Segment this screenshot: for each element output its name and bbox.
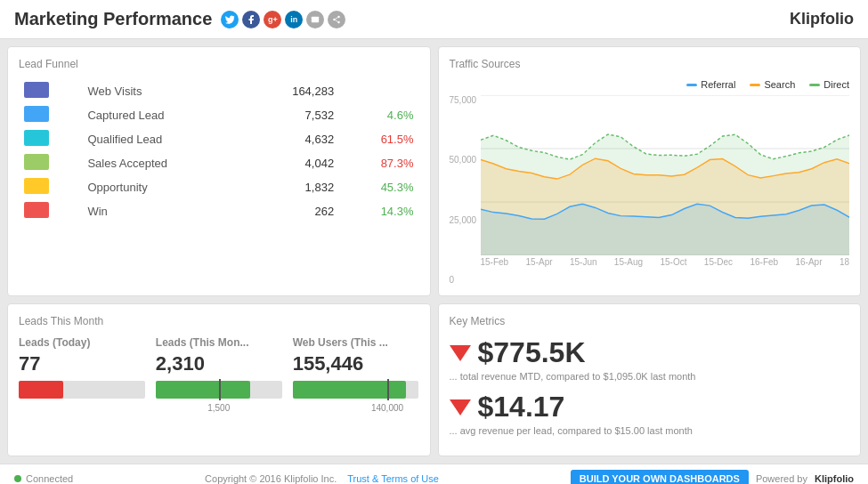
funnel-color-cell bbox=[19, 199, 82, 223]
copyright: Copyright © 2016 Klipfolio Inc. bbox=[205, 473, 337, 484]
y-axis-label: 0 bbox=[450, 275, 477, 285]
footer-right: BUILD YOUR OWN DASHBOARDS Powered by Kli… bbox=[571, 470, 854, 484]
terms-link[interactable]: Trust & Terms of Use bbox=[347, 473, 439, 484]
key-metric-desc: ... total revenue MTD, compared to $1,09… bbox=[450, 371, 850, 382]
bar-marker bbox=[219, 379, 221, 400]
funnel-value: 4,042 bbox=[244, 151, 339, 175]
funnel-pct: 87.3% bbox=[339, 151, 418, 175]
share-icon[interactable] bbox=[328, 11, 345, 28]
down-arrow-icon bbox=[450, 345, 471, 361]
footer-logo: Klipfolio bbox=[815, 473, 854, 484]
funnel-row: Win 262 14.3% bbox=[19, 199, 419, 223]
leads-metric-value: 77 bbox=[19, 352, 145, 375]
build-dashboard-button[interactable]: BUILD YOUR OWN DASHBOARDS bbox=[571, 470, 749, 484]
key-metric-item: $775.5K ... total revenue MTD, compared … bbox=[450, 336, 850, 382]
funnel-row: Captured Lead 7,532 4.6% bbox=[19, 103, 419, 127]
key-metrics-title: Key Metrics bbox=[450, 315, 850, 327]
leads-bar bbox=[19, 381, 145, 399]
powered-by: Powered by bbox=[756, 473, 807, 484]
x-axis: 15-Feb15-Apr15-Jun15-Aug15-Oct15-Dec16-F… bbox=[481, 257, 850, 267]
funnel-pct: 4.6% bbox=[339, 103, 418, 127]
y-axis-label: 25,000 bbox=[450, 215, 477, 225]
klipfolio-logo: Klipfolio bbox=[790, 10, 854, 28]
funnel-value: 262 bbox=[244, 199, 339, 223]
traffic-sources-title: Traffic Sources bbox=[450, 58, 850, 70]
facebook-icon[interactable] bbox=[242, 11, 260, 28]
leads-metric-value: 155,446 bbox=[293, 352, 419, 375]
footer: Connected Copyright © 2016 Klipfolio Inc… bbox=[0, 464, 868, 484]
traffic-legend: Referral Search Direct bbox=[450, 79, 850, 90]
legend-item: Referral bbox=[686, 79, 735, 90]
bar-fill bbox=[156, 381, 250, 399]
y-axis-label: 50,000 bbox=[450, 155, 477, 165]
x-axis-label: 18 bbox=[840, 257, 849, 267]
funnel-color-cell bbox=[19, 175, 82, 199]
funnel-row: Qualified Lead 4,632 61.5% bbox=[19, 127, 419, 151]
leads-metric-label: Leads (This Mon... bbox=[156, 336, 282, 349]
chart-wrapper: 75,00050,00025,0000 15-Feb15-Apr15-Jun15… bbox=[450, 95, 850, 285]
funnel-label: Win bbox=[82, 199, 244, 223]
leads-title: Leads This Month bbox=[19, 315, 419, 327]
svg-line-3 bbox=[336, 20, 338, 21]
bar-marker bbox=[387, 379, 389, 400]
x-axis-label: 15-Jun bbox=[570, 257, 597, 267]
connected-label: Connected bbox=[26, 473, 73, 484]
x-axis-label: 15-Dec bbox=[704, 257, 733, 267]
leads-this-month-card: Leads This Month Leads (Today) 77 Leads … bbox=[7, 303, 431, 456]
funnel-color-box bbox=[24, 82, 49, 98]
funnel-pct: 45.3% bbox=[339, 175, 418, 199]
svg-point-0 bbox=[338, 15, 341, 18]
twitter-icon[interactable] bbox=[221, 11, 239, 28]
funnel-pct bbox=[339, 79, 418, 103]
leads-metric-label: Web Users (This ... bbox=[293, 336, 419, 349]
email-icon[interactable] bbox=[306, 11, 324, 28]
x-axis-label: 15-Aug bbox=[614, 257, 643, 267]
traffic-chart bbox=[481, 95, 850, 255]
svg-point-2 bbox=[338, 20, 341, 23]
funnel-value: 1,832 bbox=[244, 175, 339, 199]
bar-fill bbox=[293, 381, 407, 399]
legend-dot bbox=[750, 84, 760, 86]
bar-fill bbox=[19, 381, 63, 399]
lead-funnel-table: Web Visits 164,283 Captured Lead 7,532 4… bbox=[19, 79, 419, 223]
leads-metric-block: Leads (This Mon... 2,310 1,500 bbox=[156, 336, 282, 399]
social-icons: g+ in bbox=[221, 11, 345, 28]
leads-metric-block: Leads (Today) 77 bbox=[19, 336, 145, 399]
legend-dot bbox=[809, 84, 820, 86]
funnel-color-box bbox=[24, 106, 49, 122]
linkedin-icon[interactable]: in bbox=[285, 11, 303, 28]
leads-metric-value: 2,310 bbox=[156, 352, 282, 375]
x-axis-label: 15-Oct bbox=[660, 257, 686, 267]
legend-item: Direct bbox=[809, 79, 849, 90]
legend-dot bbox=[686, 84, 697, 86]
funnel-color-cell bbox=[19, 127, 82, 151]
leads-metric-block: Web Users (This ... 155,446 140,000 bbox=[293, 336, 419, 399]
funnel-color-box bbox=[24, 154, 49, 170]
funnel-color-box bbox=[24, 130, 49, 146]
legend-item: Search bbox=[750, 79, 795, 90]
connected-dot bbox=[14, 475, 21, 482]
funnel-label: Qualified Lead bbox=[82, 127, 244, 151]
x-axis-label: 16-Feb bbox=[750, 257, 778, 267]
funnel-pct: 14.3% bbox=[339, 199, 418, 223]
funnel-color-box bbox=[24, 178, 49, 194]
key-metric-value: $775.5K bbox=[450, 336, 850, 369]
google-plus-icon[interactable]: g+ bbox=[264, 11, 281, 28]
funnel-value: 4,632 bbox=[244, 127, 339, 151]
funnel-color-cell bbox=[19, 103, 82, 127]
svg-line-4 bbox=[336, 17, 338, 19]
x-axis-label: 15-Feb bbox=[481, 257, 509, 267]
y-axis: 75,00050,00025,0000 bbox=[450, 95, 481, 285]
header: Marketing Performance g+ in Klipfolio bbox=[0, 0, 868, 39]
funnel-color-box bbox=[24, 202, 49, 218]
legend-label: Search bbox=[764, 79, 795, 90]
key-metrics-card: Key Metrics $775.5K ... total revenue MT… bbox=[438, 303, 862, 456]
legend-label: Referral bbox=[701, 79, 735, 90]
leads-bar: 1,500 bbox=[156, 381, 282, 399]
lead-funnel-title: Lead Funnel bbox=[19, 58, 419, 70]
main-content: Lead Funnel Web Visits 164,283 Captured … bbox=[0, 39, 868, 464]
funnel-row: Opportunity 1,832 45.3% bbox=[19, 175, 419, 199]
key-metric-item: $14.17 ... avg revenue per lead, compare… bbox=[450, 391, 850, 436]
traffic-sources-card: Traffic Sources Referral Search Direct 7… bbox=[438, 46, 862, 296]
funnel-value: 164,283 bbox=[244, 79, 339, 103]
